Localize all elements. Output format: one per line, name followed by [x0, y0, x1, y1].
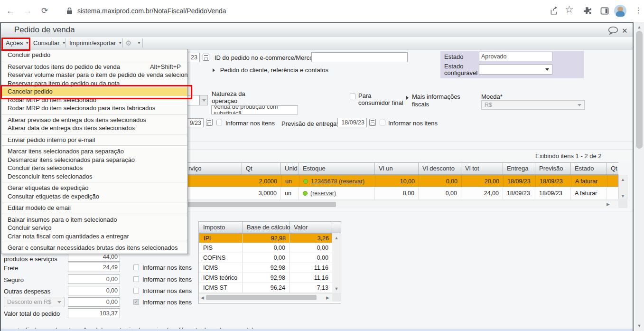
menu-item-alterar-data[interactable]: Alterar data de entrega dos itens seleci…	[1, 124, 187, 132]
menu-item-gerar-necessidades-brutas[interactable]: Gerar e consultar necessidades brutas do…	[1, 244, 187, 252]
mais-info-section-toggle[interactable]	[406, 94, 409, 101]
bookmark-star-icon[interactable]: ☆	[565, 4, 574, 15]
menu-item-concluir-itens[interactable]: Concluir itens selecionados	[1, 164, 187, 172]
table-row[interactable]: ICMS ST 96,24 7,13	[199, 283, 332, 293]
menu-item-gerar-etiquetas[interactable]: Gerar etiquetas de expedição	[1, 184, 187, 192]
grid-vertical-scrollbar[interactable]: ▲ ▼	[618, 175, 627, 199]
scroll-up-icon[interactable]: ▲	[619, 178, 627, 182]
side-panel-icon[interactable]	[600, 6, 609, 16]
close-icon[interactable]: ✕	[622, 27, 628, 35]
seguro-input[interactable]: 0,00	[68, 274, 120, 284]
menu-item-reservar-para-item[interactable]: Reservar para item do pedido ou da nota	[1, 79, 187, 88]
menu-item-concluir-pedido[interactable]: Concluir pedido	[1, 51, 187, 59]
menu-item-rodar-mrp[interactable]: Rodar MRP do item selecionado	[1, 96, 187, 104]
calendar-icon[interactable]	[369, 119, 376, 126]
extensions-puzzle-icon[interactable]	[583, 6, 592, 16]
consumidor-final-checkbox[interactable]	[350, 94, 355, 99]
column-header-qt[interactable]: Qt	[242, 163, 281, 174]
mais-info-label[interactable]: Mais informações fiscais	[412, 93, 465, 108]
column-header-estoque[interactable]: Estoque	[299, 163, 375, 174]
reload-icon[interactable]: ⟳	[38, 0, 51, 22]
expand-arrow-icon	[406, 96, 409, 100]
pedido-cliente-section-toggle[interactable]: Pedido do cliente, referência e contatos	[213, 66, 328, 74]
table-row[interactable]: IPI 92,98 3,26	[199, 233, 332, 243]
data-emissao-field-partial[interactable]: 9/23	[186, 118, 204, 127]
menu-item-reservar-volume-master[interactable]: Reservar volume master para o item de pe…	[1, 71, 187, 79]
column-header-vl-tot[interactable]: Vl tot	[461, 163, 503, 174]
reservar-link[interactable]: 12345678 (reservar)	[311, 178, 364, 185]
hidden-dropdown-field[interactable]	[186, 95, 200, 105]
menu-item-baixar-insumos[interactable]: Baixar insumos para o item selecionado	[1, 216, 187, 224]
informar-itens-checkbox-data[interactable]	[216, 120, 222, 125]
menu-item-desconcluir-itens[interactable]: Desconcluir itens selecionados	[1, 172, 187, 181]
frete-input[interactable]: 24,49	[68, 263, 120, 272]
outras-despesas-input[interactable]: 0,00	[68, 286, 120, 295]
scroll-down-icon[interactable]: ▼	[332, 287, 341, 291]
informar-itens-checkbox-frete[interactable]	[133, 265, 139, 270]
scroll-left-icon[interactable]: ◀	[201, 296, 204, 300]
column-header-vl-un[interactable]: Vl un	[375, 163, 419, 174]
informar-itens-label: Informar nos itens	[142, 287, 192, 294]
scroll-down-icon[interactable]: ▼	[619, 194, 627, 199]
menu-item-concluir-servico[interactable]: Concluir serviço	[1, 224, 187, 232]
column-header-previsao[interactable]: Previsão	[535, 163, 571, 174]
scroll-down-icon[interactable]: ▼	[635, 324, 644, 328]
back-icon[interactable]: ←	[4, 0, 17, 22]
gear-icon[interactable]: ⚙	[125, 38, 131, 47]
scrollbar-thumb[interactable]	[206, 295, 317, 300]
id-ecommerce-input[interactable]	[311, 52, 408, 62]
scroll-right-icon[interactable]: ▶	[607, 202, 610, 207]
column-header-vl-desconto[interactable]: Vl desconto	[419, 163, 461, 174]
column-header-qt-a[interactable]: Qt a	[607, 163, 618, 174]
reservar-link[interactable]: (reservar)	[310, 190, 336, 197]
dropdown-button[interactable]	[200, 95, 208, 105]
column-header-estado[interactable]: Estado	[571, 163, 607, 174]
tax-column-valor[interactable]: Valor	[289, 222, 332, 233]
gear-dropdown-button[interactable]: ▼	[135, 38, 141, 47]
share-icon[interactable]	[550, 6, 559, 16]
column-header-unid[interactable]: Unid	[281, 163, 299, 174]
table-row[interactable]: ICMS teórico 92,98 11,16	[199, 273, 332, 283]
menu-item-alterar-previsao[interactable]: Alterar previsão de entrega dos itens se…	[1, 116, 187, 124]
scroll-up-icon[interactable]: ▲	[635, 25, 644, 29]
informar-itens-checkbox-previsao[interactable]	[380, 120, 385, 125]
menu-item-rodar-mrp-fabricados[interactable]: Rodar MRP do item selecionado para itens…	[1, 104, 187, 113]
scroll-right-icon[interactable]: ▶	[326, 296, 329, 300]
calendar-icon[interactable]	[203, 54, 209, 61]
tax-column-base[interactable]: Base de cálculo	[243, 222, 289, 233]
imprimir-exportar-menu-button[interactable]: Imprimir/exportar▼	[69, 38, 122, 47]
tax-vertical-scrollbar[interactable]: ▲ ▼	[332, 233, 341, 293]
chrome-menu-icon[interactable]: ⋮	[635, 6, 642, 15]
consultar-menu-button[interactable]: Consultar▼	[33, 38, 66, 47]
address-bar[interactable]: sistema.maxiprod.com.br/NotaFiscal/Pedid…	[77, 0, 226, 22]
menu-item-marcar-separacao[interactable]: Marcar itens selecionados para separação	[1, 147, 187, 156]
scroll-up-icon[interactable]: ▲	[332, 236, 341, 240]
menu-item-consultar-etiquetas[interactable]: Consultar etiquetas de expedição	[1, 192, 187, 201]
menu-item-editar-modelo-email[interactable]: Editar modelo de email	[1, 204, 187, 212]
column-header-entrega[interactable]: Entrega	[503, 163, 535, 174]
tax-column-imposto[interactable]: Imposto	[199, 222, 243, 233]
cell-base: 92,98	[243, 234, 290, 243]
tax-horizontal-scrollbar[interactable]: ◀ ▶	[199, 293, 332, 302]
acoes-menu-button[interactable]: Ações▼	[6, 38, 29, 47]
informar-itens-checkbox-outras[interactable]	[133, 288, 139, 293]
menu-item-reservar-todos-itens[interactable]: Reservar todos itens do pedido de vendaA…	[1, 63, 187, 71]
menu-item-desmarcar-separacao[interactable]: Desmarcar itens selecionados para separa…	[1, 156, 187, 164]
table-row[interactable]: PIS 0,00 0,00	[199, 243, 332, 253]
calendar-icon[interactable]	[206, 119, 213, 126]
menu-item-criar-nota-fiscal[interactable]: Criar nota fiscal com quantidades a entr…	[1, 232, 187, 241]
estado-configuravel-select[interactable]	[479, 64, 552, 75]
date-emissao-field-partial[interactable]: 23	[186, 53, 200, 62]
scrollbar-thumb[interactable]	[636, 31, 643, 149]
informar-itens-checkbox-seguro[interactable]	[133, 276, 139, 282]
desconto-input[interactable]: 0,00	[68, 297, 120, 307]
menu-item-cancelar-pedido[interactable]: Cancelar pedido	[1, 87, 187, 96]
comment-bubble-icon[interactable]	[608, 27, 618, 35]
previsao-entrega-input[interactable]: 18/09/23	[337, 118, 367, 127]
menu-item-enviar-pedido-email[interactable]: Enviar pedido interno por e-mail	[1, 136, 187, 144]
profile-avatar[interactable]	[614, 5, 626, 17]
table-row[interactable]: ICMS 92,98 11,16	[199, 263, 332, 273]
natureza-operacao-input[interactable]: Venda de produção com substituiçã	[211, 105, 298, 114]
page-scrollbar[interactable]: ▲ ▼	[635, 22, 644, 331]
table-row[interactable]: COFINS 0,00 0,00	[199, 253, 332, 263]
